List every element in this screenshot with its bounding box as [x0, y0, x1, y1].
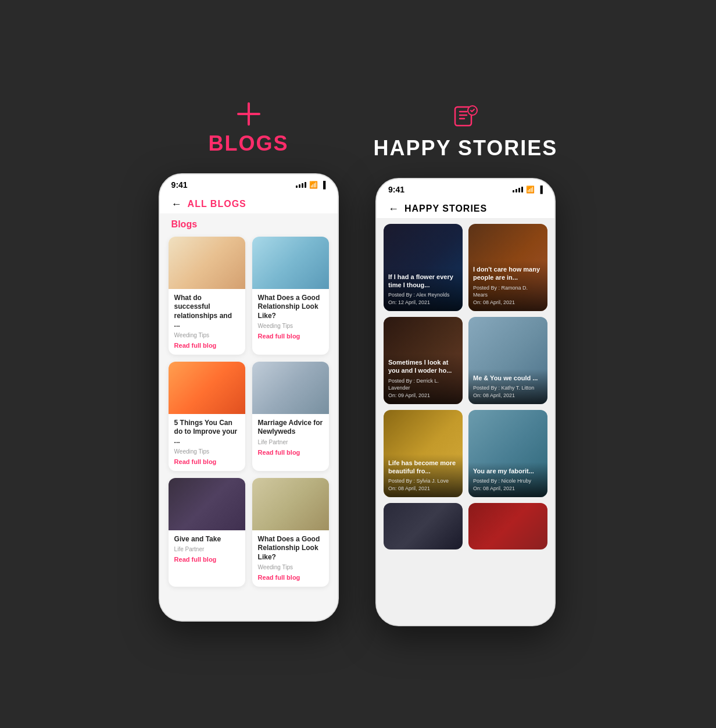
blog-card-6-body: What Does a Good Relationship Look Like?… — [252, 530, 329, 587]
blog-card-5-image — [169, 478, 245, 530]
story-card-1[interactable]: If I had a flower every time I thoug... … — [384, 224, 463, 311]
signal-bar-3 — [302, 183, 303, 188]
blog-card-3-body: 5 Things You Can do to Improve your ... … — [169, 414, 245, 471]
blog-card-6-category: Weeding Tips — [258, 564, 323, 570]
story-card-1-posted-on: On: 12 April, 2021 — [388, 299, 458, 306]
stories-signal-bars-icon — [513, 187, 523, 192]
story-card-4-posted-on: On: 08 April, 2021 — [473, 392, 543, 399]
blog-card-4-body: Marriage Advice for Newlyweds Life Partn… — [252, 414, 329, 462]
blog-card-1[interactable]: What do successful relationships and ...… — [169, 237, 245, 355]
story-card-3-quote: Sometimes I look at you and I woder ho..… — [388, 358, 458, 375]
story-card-4[interactable]: Me & You we could ... Posted By : Kathy … — [468, 317, 547, 404]
stories-status-icons: 📶 ▐ — [513, 185, 543, 194]
story-card-5-quote: Life has become more beautiful fro... — [388, 459, 458, 476]
blog-card-4-image — [252, 362, 329, 414]
happy-stories-title: HAPPY STORIES — [374, 136, 558, 160]
stories-signal-bar-4 — [521, 187, 523, 192]
blog-card-1-image — [169, 237, 245, 289]
blog-card-2-title: What Does a Good Relationship Look Like? — [258, 294, 323, 321]
story-card-6[interactable]: You are my faborit... Posted By : Nicole… — [468, 410, 547, 497]
blog-card-6[interactable]: What Does a Good Relationship Look Like?… — [252, 478, 329, 587]
signal-bar-4 — [305, 182, 306, 188]
happy-stories-header: HAPPY STORIES — [374, 102, 558, 160]
blogs-status-icons: 📶 ▐ — [296, 181, 326, 189]
signal-bar-1 — [296, 185, 298, 188]
story-card-4-overlay: Me & You we could ... Posted By : Kathy … — [468, 369, 547, 404]
story-card-5-posted-on: On: 08 April, 2021 — [388, 485, 458, 493]
stories-signal-bar-3 — [518, 188, 520, 192]
blog-card-6-image — [252, 478, 329, 530]
stories-status-time: 9:41 — [388, 185, 404, 194]
blog-card-2-body: What Does a Good Relationship Look Like?… — [252, 289, 329, 346]
story-card-2-posted-by: Posted By : Ramona D. Mears — [473, 284, 543, 299]
blogs-phone-mockup: 9:41 📶 ▐ ← ALL BLOGS Blogs — [159, 173, 339, 622]
story-card-5-overlay: Life has become more beautiful fro... Po… — [384, 454, 463, 497]
stories-signal-bar-1 — [513, 190, 514, 192]
blogs-section: BLOGS 9:41 📶 ▐ ← ALL BLOGS — [159, 102, 339, 622]
blog-card-2[interactable]: What Does a Good Relationship Look Like?… — [252, 237, 329, 355]
story-card-2-posted-on: On: 08 April, 2021 — [473, 299, 543, 306]
blogs-phone-content: Blogs What do successful relationships a… — [160, 213, 338, 620]
story-card-6-posted-on: On: 08 April, 2021 — [473, 485, 543, 493]
blog-card-5-body: Give and Take Life Partner Read full blo… — [169, 530, 245, 569]
story-card-5-posted-by: Posted By : Sylvia J. Love — [388, 477, 458, 485]
signal-bar-2 — [299, 184, 300, 188]
story-card-7-bg — [384, 503, 463, 549]
blogs-section-label: Blogs — [169, 219, 329, 230]
story-card-1-overlay: If I had a flower every time I thoug... … — [384, 268, 463, 311]
story-card-2-overlay: I don't care how many people are in... P… — [468, 260, 547, 311]
stories-battery-icon: ▐ — [538, 185, 543, 194]
stories-back-arrow[interactable]: ← — [388, 203, 399, 215]
happy-stories-icon — [452, 102, 479, 130]
happy-stories-section: HAPPY STORIES 9:41 📶 ▐ ← H — [374, 102, 558, 626]
stories-grid: If I had a flower every time I thoug... … — [384, 224, 547, 549]
blog-card-5-category: Life Partner — [174, 546, 239, 552]
page-container: BLOGS 9:41 📶 ▐ ← ALL BLOGS — [135, 67, 581, 661]
blogs-header: BLOGS — [209, 102, 289, 156]
blog-card-4-category: Life Partner — [258, 439, 323, 445]
story-card-3[interactable]: Sometimes I look at you and I woder ho..… — [384, 317, 463, 404]
story-card-6-posted-by: Posted By : Nicole Hruby — [473, 477, 543, 485]
story-card-2-quote: I don't care how many people are in... — [473, 265, 543, 282]
stories-wifi-icon: 📶 — [526, 185, 535, 194]
story-card-6-quote: You are my faborit... — [473, 467, 543, 475]
stories-page-title: HAPPY STORIES — [404, 204, 487, 214]
story-card-4-quote: Me & You we could ... — [473, 374, 543, 382]
story-card-3-overlay: Sometimes I look at you and I woder ho..… — [384, 354, 463, 404]
blog-card-1-body: What do successful relationships and ...… — [169, 289, 245, 355]
blogs-title: BLOGS — [209, 131, 289, 156]
blog-cards-grid: What do successful relationships and ...… — [169, 237, 329, 587]
story-card-8[interactable] — [468, 503, 547, 549]
blog-card-5-link[interactable]: Read full blog — [174, 556, 239, 563]
blogs-status-bar: 9:41 📶 ▐ — [160, 174, 338, 192]
story-card-3-posted-on: On: 09 April, 2021 — [388, 392, 458, 399]
stories-phone-content: If I had a flower every time I thoug... … — [377, 218, 554, 625]
story-card-5[interactable]: Life has become more beautiful fro... Po… — [384, 410, 463, 497]
blog-card-2-link[interactable]: Read full blog — [258, 333, 323, 340]
blogs-status-time: 9:41 — [171, 180, 188, 190]
blog-card-1-link[interactable]: Read full blog — [174, 342, 239, 349]
stories-signal-bar-2 — [515, 189, 517, 192]
story-card-3-posted-by: Posted By : Derrick L. Lavender — [388, 377, 458, 392]
blog-card-2-image — [252, 237, 329, 289]
story-card-7[interactable] — [384, 503, 463, 549]
story-card-1-posted-by: Posted By : Alex Reynolds — [388, 291, 458, 299]
blog-card-4-title: Marriage Advice for Newlyweds — [258, 419, 323, 437]
blog-card-4-link[interactable]: Read full blog — [258, 449, 323, 456]
blog-card-3-title: 5 Things You Can do to Improve your ... — [174, 419, 239, 446]
blogs-back-arrow[interactable]: ← — [171, 198, 182, 210]
blog-card-5-title: Give and Take — [174, 535, 239, 544]
blog-card-6-link[interactable]: Read full blog — [258, 574, 323, 581]
blog-card-4[interactable]: Marriage Advice for Newlyweds Life Partn… — [252, 362, 329, 471]
happy-stories-phone-mockup: 9:41 📶 ▐ ← HAPPY STORIES — [375, 178, 556, 626]
blog-card-6-title: What Does a Good Relationship Look Like? — [258, 535, 323, 562]
blogs-page-title: ALL BLOGS — [188, 199, 246, 209]
signal-bars-icon — [296, 182, 306, 188]
blog-card-5[interactable]: Give and Take Life Partner Read full blo… — [169, 478, 245, 587]
blog-card-3-link[interactable]: Read full blog — [174, 458, 239, 465]
stories-phone-header: ← HAPPY STORIES — [377, 197, 554, 218]
story-card-2[interactable]: I don't care how many people are in... P… — [468, 224, 547, 311]
story-card-8-bg — [468, 503, 547, 549]
blog-card-3[interactable]: 5 Things You Can do to Improve your ... … — [169, 362, 245, 471]
blog-card-3-image — [169, 362, 245, 414]
